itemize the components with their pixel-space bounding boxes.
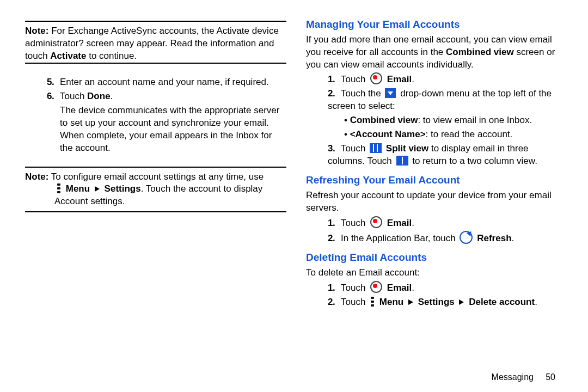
email-app-icon xyxy=(370,72,382,84)
split-view-icon xyxy=(370,143,382,153)
two-column-icon xyxy=(396,156,408,166)
note-settings-line2: Menu Settings. Touch the account to disp… xyxy=(25,183,286,208)
left-column: Note: For Exchange ActiveSync accounts, … xyxy=(25,17,286,310)
arrow-icon xyxy=(408,299,413,305)
rule xyxy=(25,167,286,168)
bullet-account-name: <Account Name>: to read the account. xyxy=(306,128,567,141)
arrow-icon xyxy=(95,186,100,192)
note-settings: Note: To configure email account setting… xyxy=(25,171,286,183)
delete-step-1: 1.Touch Email. xyxy=(306,281,567,295)
note-activesync: Note: For Exchange ActiveSync accounts, … xyxy=(25,25,286,63)
delete-intro: To delete an Email account: xyxy=(306,267,567,279)
refresh-step-1: 1.Touch Email. xyxy=(306,216,567,230)
managing-step-2: 2.Touch the drop-down menu at the top le… xyxy=(306,88,567,113)
menu-icon xyxy=(57,183,61,193)
page-footer: Messaging 50 xyxy=(492,372,555,382)
refresh-intro: Refresh your account to update your devi… xyxy=(306,189,567,215)
rule xyxy=(25,63,286,64)
menu-icon xyxy=(370,297,375,307)
heading-refreshing: Refreshing Your Email Account xyxy=(306,173,567,187)
rule xyxy=(25,21,286,22)
rule xyxy=(25,211,286,212)
step-6-body: The device communicates with the appropr… xyxy=(25,105,286,155)
step-6: 6.Touch Done. xyxy=(25,90,286,103)
dropdown-icon xyxy=(385,88,396,98)
bullet-combined-view: Combined view: to view email in one Inbo… xyxy=(306,114,567,127)
delete-step-2: 2.Touch Menu Settings Delete account. xyxy=(306,296,567,309)
managing-step-1: 1.Touch Email. xyxy=(306,72,567,86)
email-app-icon xyxy=(370,281,382,293)
managing-step-3: 3.Touch Split view to display email in t… xyxy=(306,143,567,168)
heading-deleting: Deleting Email Accounts xyxy=(306,250,567,265)
arrow-icon xyxy=(459,299,464,305)
email-app-icon xyxy=(370,216,382,228)
managing-intro: If you add more than one email account, … xyxy=(306,34,567,71)
heading-managing: Managing Your Email Accounts xyxy=(306,17,567,32)
refresh-step-2: 2.In the Application Bar, touch Refresh. xyxy=(306,231,567,245)
refresh-icon xyxy=(460,231,473,244)
right-column: Managing Your Email Accounts If you add … xyxy=(306,17,567,310)
step-5: 5.Enter an account name and your name, i… xyxy=(25,76,286,89)
